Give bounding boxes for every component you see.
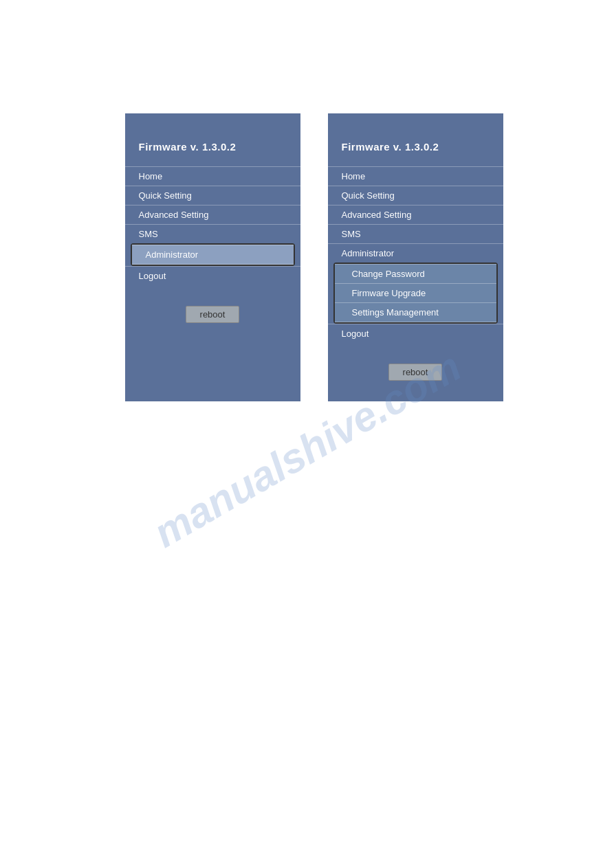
right-nav-administrator[interactable]: Administrator <box>328 243 503 263</box>
right-nav-firmware-upgrade[interactable]: Firmware Upgrade <box>335 283 496 302</box>
right-nav-change-password[interactable]: Change Password <box>335 264 496 283</box>
left-nav-home[interactable]: Home <box>125 166 300 186</box>
right-nav-settings-management[interactable]: Settings Management <box>335 302 496 322</box>
left-reboot-button[interactable]: reboot <box>186 306 240 323</box>
left-panel: Firmware v. 1.3.0.2 Home Quick Setting A… <box>125 113 300 401</box>
left-nav-logout[interactable]: Logout <box>125 266 300 285</box>
left-nav-advanced-setting[interactable]: Advanced Setting <box>125 205 300 224</box>
left-panel-title: Firmware v. 1.3.0.2 <box>125 134 300 166</box>
right-nav-quick-setting[interactable]: Quick Setting <box>328 186 503 205</box>
right-panel-title: Firmware v. 1.3.0.2 <box>328 134 503 166</box>
right-nav-sms[interactable]: SMS <box>328 224 503 243</box>
left-nav-quick-setting[interactable]: Quick Setting <box>125 186 300 205</box>
left-nav-sms[interactable]: SMS <box>125 224 300 243</box>
right-panel: Firmware v. 1.3.0.2 Home Quick Setting A… <box>328 113 503 401</box>
right-reboot-button[interactable]: reboot <box>388 364 443 381</box>
left-nav-administrator[interactable]: Administrator <box>132 245 294 265</box>
right-nav-logout[interactable]: Logout <box>328 324 503 343</box>
right-nav-home[interactable]: Home <box>328 166 503 186</box>
right-nav-advanced-setting[interactable]: Advanced Setting <box>328 205 503 224</box>
